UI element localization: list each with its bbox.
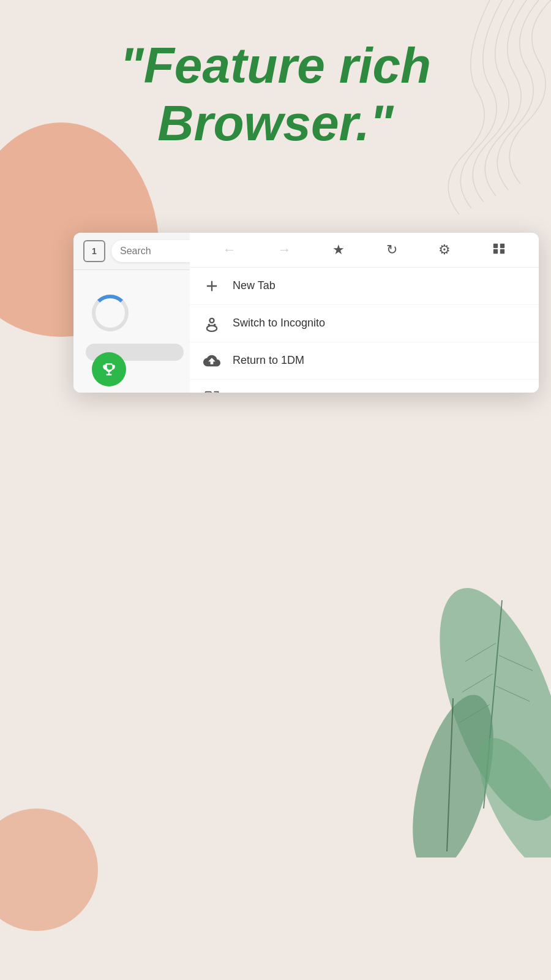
return-1dm-label: Return to 1DM (233, 353, 527, 368)
browser-window: 1 ← → ★ ↻ ⚙ (73, 233, 539, 393)
svg-point-17 (214, 324, 216, 326)
plus-icon (202, 276, 222, 296)
tab-count[interactable]: 1 (83, 240, 105, 262)
svg-point-14 (210, 318, 214, 323)
incognito-icon (202, 314, 222, 333)
svg-point-15 (207, 326, 217, 331)
bg-decoration-bottom (0, 809, 98, 931)
menu-item-new-tab[interactable]: New Tab (190, 268, 539, 305)
svg-rect-10 (493, 244, 498, 248)
loading-spinner (92, 295, 129, 331)
back-icon[interactable]: ← (223, 242, 236, 258)
bg-leaf-decoration (404, 551, 551, 858)
settings-icon[interactable]: ⚙ (438, 242, 451, 258)
svg-rect-11 (500, 244, 504, 248)
incognito-label: Switch to Incognito (233, 316, 527, 330)
dropdown-menu: ← → ★ ↻ ⚙ (190, 233, 539, 393)
svg-rect-12 (493, 249, 498, 254)
svg-rect-13 (500, 249, 504, 254)
refresh-icon[interactable]: ↻ (386, 242, 397, 258)
forward-icon[interactable]: → (277, 242, 291, 258)
menu-items-list: New Tab Switch to Incognito (190, 268, 539, 393)
remember-exit-label: Remember tabs & Exit Browser (233, 391, 527, 393)
menu-item-remember-exit[interactable]: Remember tabs & Exit Browser (190, 380, 539, 393)
fab-trophy-button[interactable] (92, 352, 126, 386)
svg-point-16 (208, 324, 211, 326)
svg-rect-18 (206, 392, 211, 393)
dropdown-toolbar: ← → ★ ↻ ⚙ (190, 233, 539, 268)
exit-remember-icon (202, 388, 222, 393)
menu-item-return-1dm[interactable]: Return to 1DM (190, 342, 539, 380)
headline-section: "Feature rich Browser." (37, 37, 514, 153)
bookmark-icon[interactable]: ★ (332, 242, 345, 258)
cloud-up-icon (202, 351, 222, 371)
menu-item-incognito[interactable]: Switch to Incognito (190, 305, 539, 342)
new-tab-label: New Tab (233, 279, 527, 293)
menu-icon[interactable] (492, 241, 506, 258)
headline-text: "Feature rich Browser." (37, 37, 514, 153)
